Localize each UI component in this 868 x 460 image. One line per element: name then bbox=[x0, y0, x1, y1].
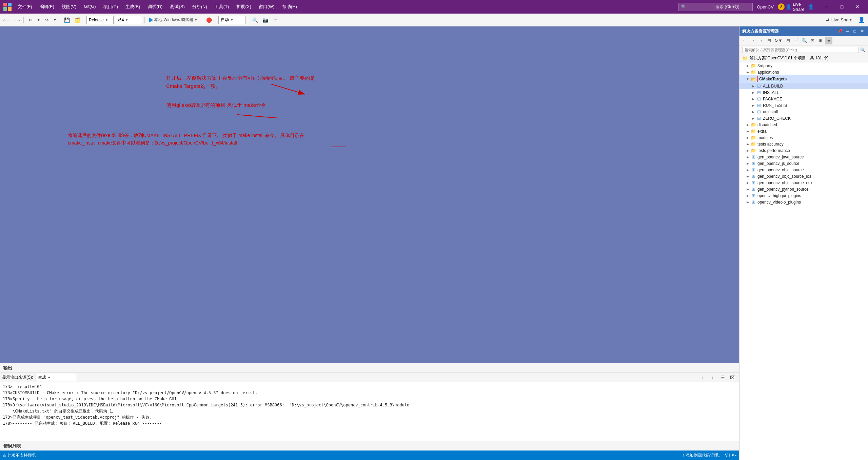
tree-item-run-tests[interactable]: ▶ ⊞ RUN_TESTS bbox=[739, 102, 868, 109]
output-source-select[interactable]: 生成 ▼ bbox=[36, 374, 76, 381]
profile-btn[interactable]: 👤 bbox=[803, 0, 818, 14]
expand-icon[interactable]: ▶ bbox=[750, 84, 756, 88]
menu-debug[interactable]: 调试(D) bbox=[144, 2, 166, 11]
se-float-btn[interactable]: □ bbox=[852, 28, 858, 34]
tree-item-gen-objc-osx[interactable]: ▶ ⊞ gen_opencv_objc_source_osx bbox=[739, 179, 868, 186]
expand-icon[interactable]: ▼ bbox=[745, 77, 750, 81]
tree-item-modules[interactable]: ▶ 📁 modules bbox=[739, 134, 868, 141]
se-forward-btn[interactable]: → bbox=[749, 37, 756, 44]
tree-item-videoio[interactable]: ▶ ⊞ opencv_videoio_plugins bbox=[739, 199, 868, 205]
se-minimize-btn[interactable]: ─ bbox=[844, 28, 850, 34]
menu-git[interactable]: Git(G) bbox=[80, 2, 99, 11]
tree-item-zero-check[interactable]: ▶ ⊞ ZERO_CHECK bbox=[739, 115, 868, 121]
expand-icon[interactable]: ▶ bbox=[745, 155, 750, 159]
camera-btn[interactable]: 📷 bbox=[261, 16, 270, 24]
tree-item-install[interactable]: ▶ ⊞ INSTALL bbox=[739, 89, 868, 96]
se-search-btn[interactable]: 🔍 bbox=[860, 47, 865, 52]
se-collapse-btn[interactable]: ⊟ bbox=[784, 37, 792, 44]
menu-edit[interactable]: 编辑(E) bbox=[36, 2, 58, 11]
back-btn[interactable]: ⟵ bbox=[2, 16, 11, 24]
expand-icon[interactable]: ▶ bbox=[745, 149, 750, 152]
menu-help[interactable]: 帮助(H) bbox=[279, 2, 300, 11]
menu-tools[interactable]: 工具(T) bbox=[211, 2, 233, 11]
tree-item-dispatched[interactable]: ▶ 📁 dispatched bbox=[739, 121, 868, 128]
forward-btn[interactable]: ⟶ bbox=[12, 16, 21, 24]
tree-item-gen-java[interactable]: ▶ ⊞ gen_opencv_java_source bbox=[739, 154, 868, 160]
tree-item-gen-js[interactable]: ▶ ⊞ gen_opencv_js_source bbox=[739, 160, 868, 167]
menu-view[interactable]: 视图(V) bbox=[58, 2, 80, 11]
output-clear-btn[interactable]: ☰ bbox=[718, 373, 727, 382]
expand-icon[interactable]: ▶ bbox=[745, 64, 750, 68]
redo-btn[interactable]: ↪ bbox=[42, 16, 51, 24]
se-home-btn[interactable]: ⌂ bbox=[757, 37, 765, 44]
expand-icon[interactable]: ▶ bbox=[745, 71, 750, 74]
output-word-wrap-btn[interactable]: ⌧ bbox=[728, 373, 737, 382]
se-search-input[interactable] bbox=[742, 47, 859, 53]
se-back-btn[interactable]: ← bbox=[741, 37, 748, 44]
expand-icon[interactable]: ▶ bbox=[745, 130, 750, 133]
expand-icon[interactable]: ▶ bbox=[750, 110, 756, 114]
debug-start-btn[interactable]: 本地 Windows 调试器 ▼ bbox=[147, 16, 199, 23]
expand-icon[interactable]: ▶ bbox=[750, 117, 756, 120]
se-props-btn[interactable]: ≡ bbox=[825, 37, 832, 44]
search-box[interactable]: 🔍 搜索 (Ctrl+Q) bbox=[678, 3, 753, 11]
se-settings-btn[interactable]: ⚙ bbox=[817, 37, 824, 44]
tree-item-applications[interactable]: ▶ 📁 applications bbox=[739, 69, 868, 75]
redo-dropdown-btn[interactable]: ▼ bbox=[53, 16, 57, 24]
tree-item-highgui[interactable]: ▶ ⊞ opencv_highgui_plugins bbox=[739, 192, 868, 199]
expand-icon[interactable]: ▶ bbox=[750, 91, 756, 94]
expand-icon[interactable]: ▶ bbox=[745, 194, 750, 197]
tree-item-package[interactable]: ▶ ⊞ PACKAGE bbox=[739, 96, 868, 102]
expand-icon[interactable]: ▶ bbox=[745, 136, 750, 139]
se-pin-btn[interactable]: 📌 bbox=[837, 28, 843, 34]
extra-btn[interactable]: ≡ bbox=[271, 16, 280, 24]
expand-icon[interactable]: ▶ bbox=[750, 104, 756, 107]
build-config-dropdown[interactable]: Release ▼ bbox=[86, 16, 114, 24]
expand-icon[interactable]: ▶ bbox=[750, 97, 756, 101]
maximize-btn[interactable]: □ bbox=[834, 0, 850, 14]
menu-window[interactable]: 窗口(W) bbox=[255, 2, 278, 11]
menu-test[interactable]: 测试(S) bbox=[166, 2, 188, 11]
platform-dropdown[interactable]: x64 ▼ bbox=[115, 16, 142, 24]
se-refresh-dropdown[interactable]: ↻▼ bbox=[773, 37, 784, 44]
se-filter2-btn[interactable]: ⊡ bbox=[809, 37, 816, 44]
minimize-btn[interactable]: ─ bbox=[818, 0, 834, 14]
menu-extensions[interactable]: 扩展(X) bbox=[233, 2, 254, 11]
save-btn[interactable]: 💾 bbox=[62, 16, 71, 24]
tree-item-gen-python[interactable]: ▶ ⊞ gen_opencv_python_source bbox=[739, 186, 868, 192]
save-all-btn[interactable]: 🗂️ bbox=[73, 16, 81, 24]
se-filter-btn[interactable]: 🔍 bbox=[801, 37, 808, 44]
find-btn[interactable]: 🔍 bbox=[251, 16, 259, 24]
expand-icon[interactable]: ▶ bbox=[745, 188, 750, 191]
se-show-all-btn[interactable]: 📄 bbox=[792, 37, 800, 44]
tree-item-all-build[interactable]: ▶ ⊞ ALL BUILD bbox=[739, 83, 868, 89]
expand-icon[interactable]: ▶ bbox=[745, 123, 750, 127]
tree-item-tests-accuracy[interactable]: ▶ 📁 tests accuracy bbox=[739, 141, 868, 147]
tree-item-gen-objc-ios[interactable]: ▶ ⊞ gen_opencv_objc_source_ios bbox=[739, 173, 868, 179]
menu-file[interactable]: 文件(F) bbox=[14, 2, 36, 11]
expand-icon[interactable]: ▶ bbox=[745, 142, 750, 146]
notification-badge[interactable]: 2 bbox=[778, 3, 785, 10]
close-btn[interactable]: ✕ bbox=[850, 0, 865, 14]
menu-project[interactable]: 项目(P) bbox=[100, 2, 121, 11]
se-sync-btn[interactable]: ⊞ bbox=[765, 37, 773, 44]
output-down-btn[interactable]: ↓ bbox=[708, 373, 717, 382]
tree-item-3rdparty[interactable]: ▶ 📁 3rdparty bbox=[739, 62, 868, 69]
account-btn[interactable]: 👤 bbox=[857, 16, 866, 24]
se-close-btn[interactable]: ✕ bbox=[859, 28, 865, 34]
output-up-btn[interactable]: ↑ bbox=[698, 373, 707, 382]
live-share-title-btn[interactable]: 👤 Live Share bbox=[787, 0, 803, 14]
tree-item-extra[interactable]: ▶ 📁 extra bbox=[739, 128, 868, 134]
expand-icon[interactable]: ▶ bbox=[745, 200, 750, 204]
menu-analyze[interactable]: 分析(N) bbox=[189, 2, 211, 11]
tree-item-cmaketargets[interactable]: ▼ 📂 CMakeTargets bbox=[739, 75, 868, 83]
tree-item-gen-objc[interactable]: ▶ ⊞ gen_opencv_objc_source bbox=[739, 167, 868, 173]
undo-btn[interactable]: ↩ bbox=[26, 16, 35, 24]
expand-icon[interactable]: ▶ bbox=[745, 181, 750, 185]
expand-icon[interactable]: ▶ bbox=[745, 175, 750, 178]
tree-item-tests-perf[interactable]: ▶ 📁 tests performance bbox=[739, 147, 868, 154]
breakpoint-btn[interactable]: 🔴 bbox=[204, 16, 213, 24]
undo-dropdown-btn[interactable]: ▼ bbox=[36, 16, 41, 24]
tree-item-uninstall[interactable]: ▶ ⊞ uninstall bbox=[739, 109, 868, 115]
expand-icon[interactable]: ▶ bbox=[745, 168, 750, 172]
